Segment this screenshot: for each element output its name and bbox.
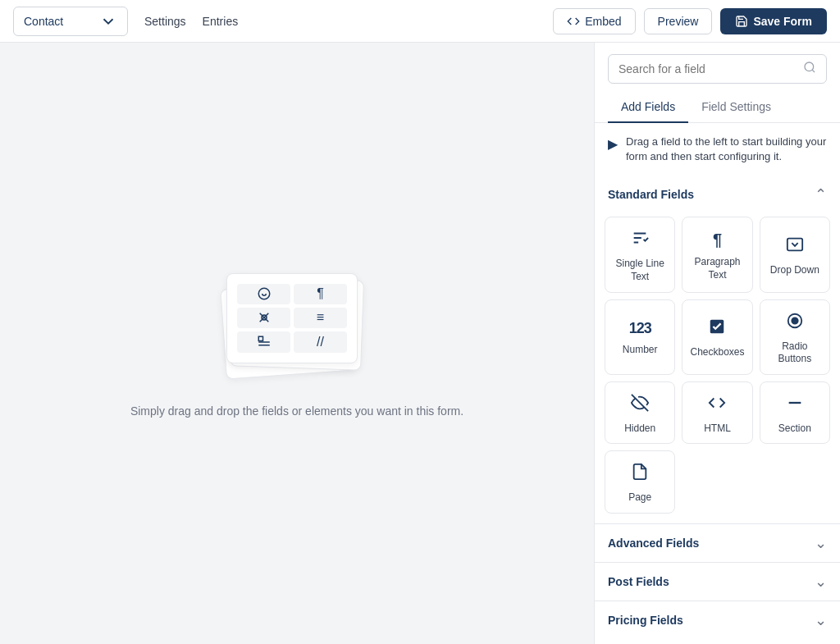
radio-buttons-label: Radio Buttons [767,340,823,366]
section-icon [786,394,804,416]
nav-right: Embed Preview Save Form [553,8,827,34]
panel-tabs: Add Fields Field Settings [595,92,840,123]
illus-icon-2: ¶ [294,284,347,304]
radio-buttons-icon [786,312,804,334]
drop-down-icon [786,235,804,258]
fields-grid: Single Line Text ¶ Paragraph Text Drop D… [595,213,840,523]
post-fields-chevron: ⌄ [815,573,827,591]
settings-link[interactable]: Settings [144,11,186,31]
advanced-fields-section: Advanced Fields ⌄ [595,523,840,562]
html-icon [708,394,726,416]
page-label: Page [628,491,651,505]
hidden-icon [631,394,649,416]
section-label: Section [778,422,811,436]
svg-rect-5 [788,239,802,251]
pricing-fields-section: Pricing Fields ⌄ [595,601,840,639]
paragraph-text-icon: ¶ [713,231,722,249]
illus-icon-6: // [294,331,347,352]
save-form-button[interactable]: Save Form [720,8,827,34]
pricing-fields-header[interactable]: Pricing Fields ⌄ [595,601,840,639]
svg-point-3 [805,62,814,71]
checkboxes-label: Checkboxes [690,346,744,359]
tab-field-settings[interactable]: Field Settings [688,92,784,123]
standard-fields-header[interactable]: Standard Fields ⌃ [595,176,840,213]
tab-add-fields[interactable]: Add Fields [608,92,688,123]
drag-hint-text: Drag a field to the left to start buildi… [626,135,827,164]
checkboxes-icon [708,317,726,340]
search-input[interactable] [619,62,797,75]
form-selector-text: Contact [24,15,63,28]
main-layout: ¶ ≡ // Simply drag and drop the fields o… [0,43,840,644]
search-icon [803,61,816,77]
illus-icon-5 [237,331,290,352]
field-number[interactable]: 123 Number [605,299,675,375]
pricing-fields-chevron: ⌄ [815,611,827,629]
standard-fields-chevron: ⌃ [815,185,827,203]
field-radio-buttons[interactable]: Radio Buttons [760,299,830,375]
post-fields-header[interactable]: Post Fields ⌄ [595,563,840,601]
embed-button[interactable]: Embed [553,8,635,34]
canvas: ¶ ≡ // Simply drag and drop the fields o… [0,43,594,644]
right-panel: Add Fields Field Settings ▶ Drag a field… [594,43,840,644]
advanced-fields-label: Advanced Fields [608,537,699,550]
field-single-line-text[interactable]: Single Line Text [605,217,675,292]
top-nav: Contact Settings Entries Embed Preview S… [0,0,840,43]
number-label: Number [623,344,658,357]
post-fields-section: Post Fields ⌄ [595,562,840,601]
number-icon: 123 [629,320,651,337]
drag-hint: ▶ Drag a field to the left to start buil… [595,123,840,176]
field-html[interactable]: HTML [682,381,752,445]
paragraph-text-label: Paragraph Text [689,256,745,281]
field-section[interactable]: Section [760,381,830,445]
nav-links: Settings Entries [144,11,238,31]
drop-down-label: Drop Down [770,264,819,277]
save-form-label: Save Form [753,15,812,28]
advanced-fields-header[interactable]: Advanced Fields ⌄ [595,524,840,562]
svg-point-8 [792,317,797,323]
single-line-text-icon [631,229,649,251]
illus-icon-1 [237,284,290,304]
illus-icon-3 [237,308,290,328]
svg-point-0 [258,288,270,299]
field-paragraph-text[interactable]: ¶ Paragraph Text [682,217,752,292]
chevron-down-icon [99,12,117,30]
search-box [595,43,840,92]
single-line-text-label: Single Line Text [612,258,668,283]
field-hidden[interactable]: Hidden [605,381,675,445]
pricing-fields-label: Pricing Fields [608,614,683,627]
canvas-illustration: ¶ ≡ // [215,270,379,385]
hidden-label: Hidden [624,422,655,436]
svg-rect-2 [258,336,262,340]
field-drop-down[interactable]: Drop Down [760,217,830,292]
cursor-icon: ▶ [608,135,618,153]
code-icon [567,15,580,28]
form-selector[interactable]: Contact [13,7,128,36]
card-front: ¶ ≡ // [226,273,358,363]
advanced-fields-chevron: ⌄ [815,534,827,552]
page-icon [631,463,649,485]
preview-button[interactable]: Preview [644,8,713,34]
illus-icon-4: ≡ [294,308,347,328]
search-input-wrap [608,54,827,84]
standard-fields-label: Standard Fields [608,188,694,201]
entries-link[interactable]: Entries [203,11,239,31]
svg-line-4 [812,70,815,72]
save-icon [735,15,748,28]
canvas-hint: Simply drag and drop the fields or eleme… [130,404,463,418]
field-checkboxes[interactable]: Checkboxes [682,299,752,375]
field-page[interactable]: Page [605,450,675,514]
embed-label: Embed [585,15,621,28]
nav-left: Contact Settings Entries [13,7,238,36]
post-fields-label: Post Fields [608,575,669,588]
html-label: HTML [704,422,731,436]
